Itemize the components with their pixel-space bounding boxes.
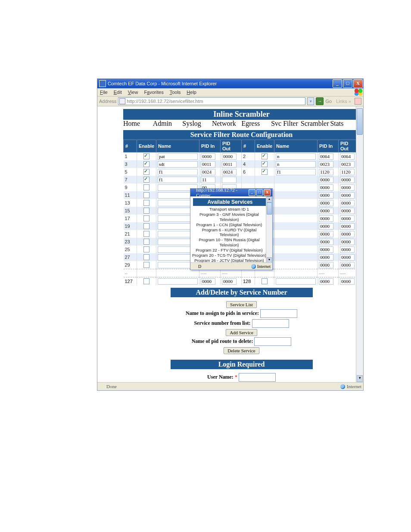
pidin-input[interactable]: [319, 254, 333, 261]
service-item[interactable]: Transport stream ID 1: [192, 207, 266, 212]
maximize-button[interactable]: □: [343, 79, 352, 88]
service-item[interactable]: Program 22 - FTV (Digital Television): [192, 248, 266, 253]
popup-minimize-button[interactable]: _: [249, 189, 255, 196]
content-scrollbar[interactable]: ▾: [356, 106, 363, 382]
enable-checkbox[interactable]: [262, 169, 268, 175]
go-button[interactable]: →: [316, 97, 324, 105]
service-item[interactable]: Program 20 - TCS-TV (Digital Television): [192, 253, 266, 258]
popup-close-button[interactable]: X: [264, 189, 271, 196]
pidout-input[interactable]: [340, 254, 355, 261]
menu-file[interactable]: File: [100, 90, 108, 95]
pidin-input[interactable]: [319, 239, 333, 245]
name-input[interactable]: [158, 161, 198, 168]
pidin-input[interactable]: [319, 200, 333, 206]
toolbar-icon[interactable]: [355, 98, 361, 105]
popup-scrollbar[interactable]: ▴▾: [266, 196, 272, 263]
service-number-input[interactable]: [252, 319, 289, 328]
delete-name-input[interactable]: [254, 337, 291, 346]
enable-checkbox[interactable]: [143, 169, 149, 175]
nav-home[interactable]: Home: [123, 120, 140, 127]
name-input[interactable]: [276, 153, 316, 160]
enable-checkbox[interactable]: [143, 246, 149, 252]
delete-service-button[interactable]: Delete Service: [224, 347, 259, 354]
pidin-input[interactable]: [201, 161, 215, 168]
pidin-input[interactable]: [319, 177, 333, 183]
pidout-input[interactable]: [340, 153, 355, 160]
nav-scrambler[interactable]: Scrambler: [301, 120, 329, 127]
enable-checkbox[interactable]: [143, 153, 149, 159]
name-input[interactable]: [158, 177, 198, 183]
menu-edit[interactable]: Edit: [114, 90, 122, 95]
enable-checkbox[interactable]: [262, 153, 268, 159]
nav-svcfilter[interactable]: Svc Filter: [271, 120, 298, 127]
name-input[interactable]: [158, 278, 198, 285]
add-service-button[interactable]: Add Service: [226, 329, 257, 336]
pidin-input[interactable]: [319, 262, 333, 268]
pidin-input[interactable]: [319, 278, 333, 285]
service-item[interactable]: Program 6 - KURD TV (Digital Television): [192, 227, 266, 238]
pidout-input[interactable]: [222, 177, 237, 183]
pidout-input[interactable]: [340, 239, 355, 245]
pidout-input[interactable]: [340, 169, 355, 175]
nav-syslog[interactable]: Syslog: [182, 120, 201, 127]
pidout-input[interactable]: [222, 278, 237, 285]
enable-checkbox[interactable]: [143, 223, 149, 229]
enable-checkbox[interactable]: [143, 184, 149, 190]
enable-checkbox[interactable]: [143, 200, 149, 206]
pidin-input[interactable]: [319, 231, 333, 237]
menu-help[interactable]: Help: [187, 90, 196, 95]
service-list-button[interactable]: Service List: [226, 301, 257, 308]
pidout-input[interactable]: [340, 177, 355, 183]
name-input[interactable]: [276, 161, 316, 168]
enable-checkbox[interactable]: [143, 192, 149, 198]
service-item[interactable]: Program 3 - GNF Movies (Digital Televisi…: [192, 212, 266, 222]
nav-stats[interactable]: Stats: [330, 120, 343, 127]
links-label[interactable]: Links »: [336, 99, 351, 104]
pidout-input[interactable]: [340, 208, 355, 214]
popup-maximize-button[interactable]: □: [256, 189, 263, 196]
enable-checkbox[interactable]: [143, 231, 149, 237]
pidin-input[interactable]: [201, 153, 215, 160]
nav-network[interactable]: Network: [212, 120, 236, 127]
enable-checkbox[interactable]: [143, 208, 149, 214]
service-item[interactable]: Program 1 - CCN (Digital Television): [192, 222, 266, 227]
enable-checkbox[interactable]: [143, 177, 149, 183]
pidout-input[interactable]: [222, 161, 237, 168]
close-button[interactable]: X: [353, 79, 363, 88]
pidin-input[interactable]: [319, 192, 333, 199]
pidout-input[interactable]: [340, 262, 355, 268]
name-input[interactable]: [158, 169, 198, 175]
enable-checkbox[interactable]: [143, 262, 149, 268]
pidin-input[interactable]: [319, 161, 333, 168]
enable-checkbox[interactable]: [143, 215, 149, 221]
pidin-input[interactable]: [319, 246, 333, 253]
pidout-input[interactable]: [340, 215, 355, 222]
enable-checkbox[interactable]: [143, 161, 149, 167]
pidout-input[interactable]: [222, 169, 237, 175]
pidin-input[interactable]: [319, 153, 333, 160]
name-input[interactable]: [276, 169, 316, 175]
pidout-input[interactable]: [340, 278, 355, 285]
pidout-input[interactable]: [340, 246, 355, 253]
minimize-button[interactable]: _: [333, 79, 342, 88]
name-input[interactable]: [276, 278, 316, 285]
name-input[interactable]: [158, 153, 198, 160]
pidout-input[interactable]: [340, 161, 355, 168]
pidin-input[interactable]: [201, 169, 215, 175]
pidout-input[interactable]: [340, 231, 355, 237]
assign-name-input[interactable]: [260, 309, 297, 318]
nav-admin[interactable]: Admin: [153, 120, 172, 127]
pidout-input[interactable]: [340, 184, 355, 191]
pidout-input[interactable]: [340, 223, 355, 230]
menu-tools[interactable]: Tools: [170, 90, 181, 95]
pidout-input[interactable]: [222, 153, 237, 160]
pidin-input[interactable]: [319, 169, 333, 175]
pidin-input[interactable]: [319, 223, 333, 230]
pidin-input[interactable]: [201, 177, 215, 183]
menu-view[interactable]: View: [128, 90, 138, 95]
enable-checkbox[interactable]: [143, 278, 149, 284]
service-item[interactable]: Program 10 - TBN Russia (Digital Televis…: [192, 237, 266, 248]
pidin-input[interactable]: [201, 278, 215, 285]
pidout-input[interactable]: [340, 192, 355, 199]
pidout-input[interactable]: [340, 200, 355, 206]
